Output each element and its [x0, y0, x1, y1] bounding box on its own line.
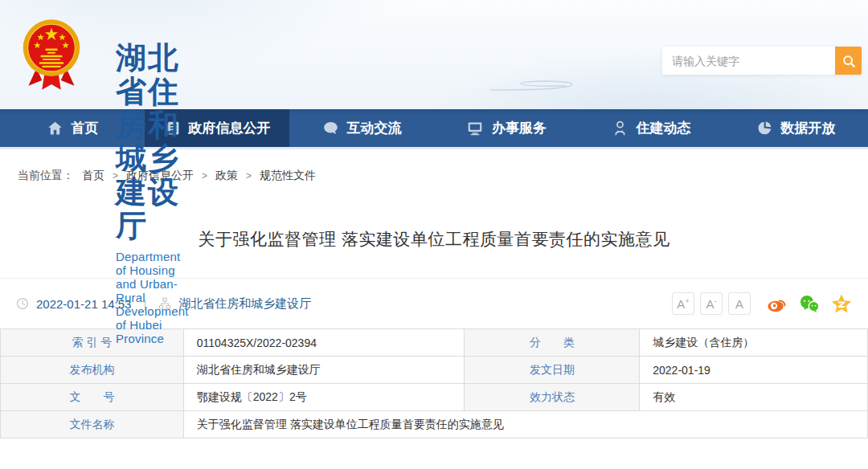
search-icon [841, 54, 856, 68]
site-title-block: 湖北省住房和城乡建设厅 Department of Housing and Ur… [116, 42, 189, 345]
nav-item-label: 住建动态 [637, 119, 691, 137]
site-name: 湖北省住房和城乡建设厅 [116, 41, 180, 243]
qzone-icon[interactable] [831, 294, 852, 313]
index-number-value: 01104325X/2022-02394 [183, 329, 465, 357]
nav-item-label: 政府信息公开 [189, 119, 271, 137]
validity-status-value: 有效 [640, 384, 868, 411]
cloud-decoration-icon [489, 77, 577, 93]
issue-date-value: 2022-01-19 [640, 357, 868, 384]
table-row: 文 号 鄂建设规〔2022〕2号 效力状态 有效 [1, 384, 868, 411]
home-icon [47, 120, 63, 137]
breadcrumb-prefix: 当前位置： [18, 169, 74, 183]
nav-item-services[interactable]: 办事服务 [434, 109, 579, 147]
doc-number-label: 文 号 [1, 384, 184, 411]
breadcrumb-separator: > [202, 170, 207, 181]
person-badge-icon [612, 120, 628, 137]
issuing-agency-label: 发布机构 [1, 357, 184, 384]
font-reset-button[interactable]: A [728, 292, 751, 315]
doc-title-value: 关于强化监督管理 落实建设单位工程质量首要责任的实施意见 [183, 411, 867, 438]
font-decrease-button[interactable]: A- [700, 292, 723, 315]
site-name-english: Department of Housing and Urban-Rural De… [116, 250, 189, 345]
breadcrumb-item-policy[interactable]: 政策 [215, 169, 238, 183]
search-button[interactable] [835, 47, 862, 75]
weibo-icon[interactable] [767, 294, 788, 313]
clock-icon [16, 297, 29, 310]
nav-item-interaction[interactable]: 互动交流 [289, 109, 434, 147]
site-header: 湖北省住房和城乡建设厅 Department of Housing and Ur… [0, 0, 868, 109]
monitor-icon [466, 120, 484, 137]
nav-item-open-data[interactable]: 数据开放 [723, 109, 868, 147]
table-row: 发布机构 湖北省住房和城乡建设厅 发文日期 2022-01-19 [1, 357, 868, 384]
table-row: 文件名称 关于强化监督管理 落实建设单位工程质量首要责任的实施意见 [1, 411, 868, 438]
nav-item-news[interactable]: 住建动态 [579, 109, 723, 147]
issue-date-label: 发文日期 [465, 357, 640, 384]
category-value: 城乡建设（含住房） [640, 329, 868, 357]
search-box [662, 47, 862, 75]
wechat-icon[interactable] [799, 294, 821, 313]
breadcrumb-item-home[interactable]: 首页 [82, 169, 104, 183]
site-logo[interactable]: 湖北省住房和城乡建设厅 Department of Housing and Ur… [18, 16, 85, 93]
nav-item-label: 互动交流 [347, 119, 402, 137]
article-source: 湖北省住房和城乡建设厅 [178, 296, 311, 312]
issuing-agency-value: 湖北省住房和城乡建设厅 [183, 357, 465, 384]
search-input[interactable] [662, 47, 835, 75]
doc-title-label: 文件名称 [1, 411, 184, 438]
breadcrumb-item-normative-docs[interactable]: 规范性文件 [260, 169, 316, 183]
chat-bubble-icon [322, 120, 339, 137]
breadcrumb-separator: > [246, 170, 252, 181]
validity-status-label: 效力状态 [465, 384, 640, 411]
category-label: 分 类 [465, 329, 640, 357]
doc-number-value: 鄂建设规〔2022〕2号 [183, 384, 465, 411]
nav-item-label: 办事服务 [492, 119, 547, 137]
article-meta-right: A+ A- A [672, 292, 852, 315]
national-emblem-icon [18, 16, 85, 93]
pie-chart-icon [756, 120, 773, 137]
font-increase-button[interactable]: A+ [672, 292, 694, 315]
nav-item-label: 首页 [72, 119, 99, 137]
nav-item-label: 数据开放 [781, 119, 836, 137]
